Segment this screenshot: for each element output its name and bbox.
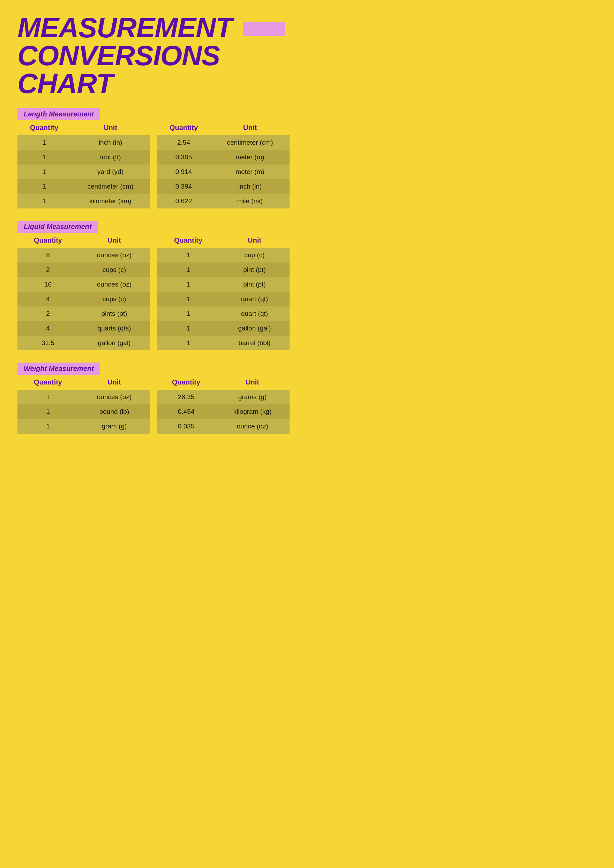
quantity-cell: 1 — [157, 292, 219, 307]
table-row: 4quarts (qts) — [17, 321, 150, 336]
quantity-cell: 1 — [17, 179, 71, 194]
quantity-cell: 0.914 — [157, 164, 210, 179]
weight-left-header-quantity: Quantity — [17, 375, 78, 390]
table-row: 2cups (c) — [17, 262, 150, 277]
unit-cell: quart (qt) — [219, 292, 289, 307]
table-row: 1gallon (gal) — [157, 321, 289, 336]
unit-cell: pint (pt) — [219, 262, 289, 277]
weight-left-table-container: Quantity Unit 1ounces (oz)1pound (lb)1gr… — [17, 375, 150, 434]
weight-left-header-unit: Unit — [78, 375, 150, 390]
table-row: 1cup (c) — [157, 248, 289, 262]
quantity-cell: 1 — [157, 321, 219, 336]
unit-cell: centimeter (cm) — [210, 135, 289, 150]
quantity-cell: 0.035 — [157, 419, 215, 434]
table-row: 0.305meter (m) — [157, 150, 289, 164]
unit-cell: foot (ft) — [71, 150, 150, 164]
quantity-cell: 16 — [17, 277, 78, 292]
unit-cell: gallon (gal) — [219, 321, 289, 336]
quantity-cell: 1 — [157, 336, 219, 350]
title-accent-decoration — [243, 22, 285, 36]
title-line2: CONVERSIONS CHART — [17, 40, 220, 99]
page-container: MEASUREMENT CONVERSIONS CHART Length Mea… — [17, 14, 289, 434]
table-row: 1kilometer (km) — [17, 194, 150, 208]
unit-cell: pints (pt) — [78, 307, 150, 321]
table-row: 1ounces (oz) — [17, 390, 150, 405]
table-row: 0.622mile (mi) — [157, 194, 289, 208]
unit-cell: centimeter (cm) — [71, 179, 150, 194]
unit-cell: kilometer (km) — [71, 194, 150, 208]
table-row: 1quart (qt) — [157, 292, 289, 307]
table-row: 0.454kilogram (kg) — [157, 405, 289, 419]
quantity-cell: 0.394 — [157, 179, 210, 194]
unit-cell: ounces (oz) — [78, 277, 150, 292]
unit-cell: barrel (bbl) — [219, 336, 289, 350]
table-row: 1pound (lb) — [17, 405, 150, 419]
length-left-header-quantity: Quantity — [17, 120, 71, 135]
weight-section: Weight Measurement Quantity Unit 1ounces… — [17, 363, 289, 434]
weight-table-wrapper: Quantity Unit 1ounces (oz)1pound (lb)1gr… — [17, 375, 289, 434]
unit-cell: cups (c) — [78, 292, 150, 307]
unit-cell: cup (c) — [219, 248, 289, 262]
quantity-cell: 1 — [17, 405, 78, 419]
length-right-header-quantity: Quantity — [157, 120, 210, 135]
quantity-cell: 4 — [17, 292, 78, 307]
unit-cell: quarts (qts) — [78, 321, 150, 336]
weight-right-header-quantity: Quantity — [157, 375, 215, 390]
table-row: 1barrel (bbl) — [157, 336, 289, 350]
table-row: 16ounces (oz) — [17, 277, 150, 292]
table-row: 1yard (yd) — [17, 164, 150, 179]
liquid-right-table-container: Quantity Unit 1cup (c)1pint (pt)1pint (p… — [157, 233, 289, 350]
liquid-right-header-unit: Unit — [219, 233, 289, 248]
quantity-cell: 0.305 — [157, 150, 210, 164]
quantity-cell: 1 — [17, 419, 78, 434]
main-title: MEASUREMENT CONVERSIONS CHART — [17, 14, 289, 98]
liquid-left-header-unit: Unit — [78, 233, 150, 248]
unit-cell: quart (qt) — [219, 307, 289, 321]
length-section: Length Measurement Quantity Unit 1inch (… — [17, 108, 289, 208]
table-row: 2pints (pt) — [17, 307, 150, 321]
unit-cell: inch (in) — [210, 179, 289, 194]
table-row: 1gram (g) — [17, 419, 150, 434]
unit-cell: meter (m) — [210, 164, 289, 179]
quantity-cell: 1 — [157, 248, 219, 262]
quantity-cell: 1 — [157, 277, 219, 292]
length-right-header-unit: Unit — [210, 120, 289, 135]
liquid-section: Liquid Measurement Quantity Unit 8ounces… — [17, 221, 289, 350]
length-right-table-container: Quantity Unit 2.54centimeter (cm)0.305me… — [157, 120, 289, 208]
length-right-table: Quantity Unit 2.54centimeter (cm)0.305me… — [157, 120, 289, 208]
length-section-label: Length Measurement — [17, 108, 100, 120]
quantity-cell: 1 — [17, 194, 71, 208]
table-row: 8ounces (oz) — [17, 248, 150, 262]
liquid-right-table: Quantity Unit 1cup (c)1pint (pt)1pint (p… — [157, 233, 289, 350]
unit-cell: kilogram (kg) — [215, 405, 289, 419]
liquid-left-header-quantity: Quantity — [17, 233, 78, 248]
unit-cell: gallon (gal) — [78, 336, 150, 350]
weight-section-label: Weight Measurement — [17, 363, 100, 375]
quantity-cell: 1 — [157, 307, 219, 321]
table-row: 28.35grams (g) — [157, 390, 289, 405]
quantity-cell: 0.622 — [157, 194, 210, 208]
length-left-header-unit: Unit — [71, 120, 150, 135]
quantity-cell: 2.54 — [157, 135, 210, 150]
quantity-cell: 4 — [17, 321, 78, 336]
unit-cell: pint (pt) — [219, 277, 289, 292]
table-row: 31.5gallon (gal) — [17, 336, 150, 350]
title-block: MEASUREMENT CONVERSIONS CHART — [17, 14, 289, 98]
quantity-cell: 8 — [17, 248, 78, 262]
table-row: 0.035ounce (oz) — [157, 419, 289, 434]
table-row: 4cups (c) — [17, 292, 150, 307]
quantity-cell: 0.454 — [157, 405, 215, 419]
liquid-left-table: Quantity Unit 8ounces (oz)2cups (c)16oun… — [17, 233, 150, 350]
quantity-cell: 2 — [17, 262, 78, 277]
quantity-cell: 1 — [17, 135, 71, 150]
length-left-table-container: Quantity Unit 1inch (in)1foot (ft)1yard … — [17, 120, 150, 208]
table-row: 1pint (pt) — [157, 262, 289, 277]
quantity-cell: 1 — [157, 262, 219, 277]
title-line1: MEASUREMENT — [17, 12, 232, 43]
weight-left-table: Quantity Unit 1ounces (oz)1pound (lb)1gr… — [17, 375, 150, 434]
quantity-cell: 2 — [17, 307, 78, 321]
table-row: 0.914meter (m) — [157, 164, 289, 179]
unit-cell: meter (m) — [210, 150, 289, 164]
quantity-cell: 31.5 — [17, 336, 78, 350]
table-row: 1inch (in) — [17, 135, 150, 150]
